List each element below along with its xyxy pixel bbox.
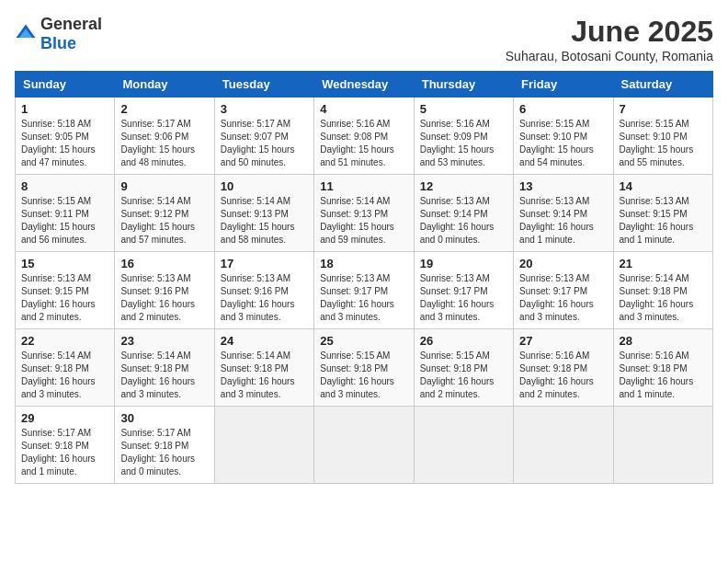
weekday-header-row: SundayMondayTuesdayWednesdayThursdayFrid… xyxy=(16,72,713,98)
weekday-header-monday: Monday xyxy=(115,72,214,98)
day-number: 22 xyxy=(21,334,108,348)
calendar-cell: 26Sunrise: 5:15 AM Sunset: 9:18 PM Dayli… xyxy=(414,329,513,407)
title-area: June 2025 Suharau, Botosani County, Roma… xyxy=(506,15,713,63)
calendar-cell: 11Sunrise: 5:14 AM Sunset: 9:13 PM Dayli… xyxy=(314,175,414,252)
day-number: 17 xyxy=(221,257,308,270)
day-number: 13 xyxy=(519,179,607,193)
day-number: 29 xyxy=(21,411,108,425)
day-number: 2 xyxy=(120,102,208,116)
day-number: 23 xyxy=(120,334,208,348)
day-number: 1 xyxy=(21,102,108,116)
day-info: Sunrise: 5:14 AM Sunset: 9:18 PM Dayligh… xyxy=(21,350,108,401)
calendar-week-row: 29Sunrise: 5:17 AM Sunset: 9:18 PM Dayli… xyxy=(16,407,713,484)
day-info: Sunrise: 5:14 AM Sunset: 9:13 PM Dayligh… xyxy=(320,195,407,247)
day-number: 28 xyxy=(620,334,707,348)
calendar-cell: 29Sunrise: 5:17 AM Sunset: 9:18 PM Dayli… xyxy=(16,407,115,484)
weekday-header-thursday: Thursday xyxy=(414,72,513,98)
weekday-header-friday: Friday xyxy=(514,72,613,98)
day-number: 14 xyxy=(620,179,707,193)
day-info: Sunrise: 5:13 AM Sunset: 9:17 PM Dayligh… xyxy=(420,272,507,324)
day-number: 8 xyxy=(21,179,108,193)
day-info: Sunrise: 5:14 AM Sunset: 9:13 PM Dayligh… xyxy=(221,195,308,247)
day-info: Sunrise: 5:16 AM Sunset: 9:09 PM Dayligh… xyxy=(420,118,507,169)
calendar-cell: 27Sunrise: 5:16 AM Sunset: 9:18 PM Dayli… xyxy=(514,329,613,407)
day-info: Sunrise: 5:15 AM Sunset: 9:10 PM Dayligh… xyxy=(620,118,707,169)
day-number: 18 xyxy=(320,257,407,270)
day-info: Sunrise: 5:13 AM Sunset: 9:15 PM Dayligh… xyxy=(620,195,707,247)
day-info: Sunrise: 5:17 AM Sunset: 9:18 PM Dayligh… xyxy=(21,427,108,478)
calendar-cell: 28Sunrise: 5:16 AM Sunset: 9:18 PM Dayli… xyxy=(613,329,712,407)
location-title: Suharau, Botosani County, Romania xyxy=(506,49,713,63)
calendar-cell xyxy=(214,407,313,484)
day-info: Sunrise: 5:15 AM Sunset: 9:10 PM Dayligh… xyxy=(519,118,607,169)
calendar-cell: 17Sunrise: 5:13 AM Sunset: 9:16 PM Dayli… xyxy=(214,252,313,329)
day-number: 30 xyxy=(120,411,208,425)
calendar-cell: 15Sunrise: 5:13 AM Sunset: 9:15 PM Dayli… xyxy=(16,252,115,329)
day-info: Sunrise: 5:16 AM Sunset: 9:18 PM Dayligh… xyxy=(620,350,707,401)
calendar-week-row: 1Sunrise: 5:18 AM Sunset: 9:05 PM Daylig… xyxy=(16,98,713,175)
calendar-cell: 12Sunrise: 5:13 AM Sunset: 9:14 PM Dayli… xyxy=(414,175,513,252)
logo-text: General Blue xyxy=(40,15,102,53)
weekday-header-tuesday: Tuesday xyxy=(214,72,313,98)
weekday-header-saturday: Saturday xyxy=(613,72,712,98)
calendar-cell xyxy=(613,407,712,484)
calendar-cell: 24Sunrise: 5:14 AM Sunset: 9:18 PM Dayli… xyxy=(214,329,313,407)
calendar-cell: 1Sunrise: 5:18 AM Sunset: 9:05 PM Daylig… xyxy=(16,98,115,175)
calendar-cell: 20Sunrise: 5:13 AM Sunset: 9:17 PM Dayli… xyxy=(514,252,613,329)
calendar-cell: 19Sunrise: 5:13 AM Sunset: 9:17 PM Dayli… xyxy=(414,252,513,329)
calendar-cell xyxy=(314,407,414,484)
calendar-week-row: 8Sunrise: 5:15 AM Sunset: 9:11 PM Daylig… xyxy=(16,175,713,252)
calendar-cell: 13Sunrise: 5:13 AM Sunset: 9:14 PM Dayli… xyxy=(514,175,613,252)
calendar-cell: 2Sunrise: 5:17 AM Sunset: 9:06 PM Daylig… xyxy=(115,98,214,175)
month-title: June 2025 xyxy=(506,15,713,49)
day-number: 25 xyxy=(320,334,407,348)
calendar-cell xyxy=(514,407,613,484)
calendar-cell: 8Sunrise: 5:15 AM Sunset: 9:11 PM Daylig… xyxy=(16,175,115,252)
day-info: Sunrise: 5:15 AM Sunset: 9:18 PM Dayligh… xyxy=(320,350,407,401)
day-number: 6 xyxy=(519,102,607,116)
day-info: Sunrise: 5:13 AM Sunset: 9:14 PM Dayligh… xyxy=(420,195,507,247)
day-info: Sunrise: 5:14 AM Sunset: 9:18 PM Dayligh… xyxy=(221,350,308,401)
day-info: Sunrise: 5:18 AM Sunset: 9:05 PM Dayligh… xyxy=(21,118,108,169)
calendar-cell: 25Sunrise: 5:15 AM Sunset: 9:18 PM Dayli… xyxy=(314,329,414,407)
day-number: 19 xyxy=(420,257,507,270)
day-info: Sunrise: 5:15 AM Sunset: 9:18 PM Dayligh… xyxy=(420,350,507,401)
day-info: Sunrise: 5:13 AM Sunset: 9:17 PM Dayligh… xyxy=(320,272,407,324)
calendar-cell: 7Sunrise: 5:15 AM Sunset: 9:10 PM Daylig… xyxy=(613,98,712,175)
day-number: 24 xyxy=(221,334,308,348)
day-info: Sunrise: 5:16 AM Sunset: 9:08 PM Dayligh… xyxy=(320,118,407,169)
day-number: 5 xyxy=(420,102,507,116)
day-info: Sunrise: 5:14 AM Sunset: 9:18 PM Dayligh… xyxy=(120,350,208,401)
day-number: 15 xyxy=(21,257,108,270)
calendar-cell: 9Sunrise: 5:14 AM Sunset: 9:12 PM Daylig… xyxy=(115,175,214,252)
calendar-cell: 23Sunrise: 5:14 AM Sunset: 9:18 PM Dayli… xyxy=(115,329,214,407)
day-info: Sunrise: 5:16 AM Sunset: 9:18 PM Dayligh… xyxy=(519,350,607,401)
calendar-cell xyxy=(414,407,513,484)
day-number: 3 xyxy=(221,102,308,116)
day-info: Sunrise: 5:13 AM Sunset: 9:17 PM Dayligh… xyxy=(519,272,607,324)
day-number: 16 xyxy=(120,257,208,270)
day-number: 10 xyxy=(221,179,308,193)
day-info: Sunrise: 5:13 AM Sunset: 9:14 PM Dayligh… xyxy=(519,195,607,247)
day-info: Sunrise: 5:13 AM Sunset: 9:16 PM Dayligh… xyxy=(221,272,308,324)
day-info: Sunrise: 5:14 AM Sunset: 9:18 PM Dayligh… xyxy=(620,272,707,324)
calendar-cell: 4Sunrise: 5:16 AM Sunset: 9:08 PM Daylig… xyxy=(314,98,414,175)
calendar-cell: 5Sunrise: 5:16 AM Sunset: 9:09 PM Daylig… xyxy=(414,98,513,175)
weekday-header-wednesday: Wednesday xyxy=(314,72,414,98)
day-number: 9 xyxy=(120,179,208,193)
calendar-cell: 6Sunrise: 5:15 AM Sunset: 9:10 PM Daylig… xyxy=(514,98,613,175)
day-info: Sunrise: 5:17 AM Sunset: 9:06 PM Dayligh… xyxy=(120,118,208,169)
logo-general: General xyxy=(40,15,102,33)
calendar-table: SundayMondayTuesdayWednesdayThursdayFrid… xyxy=(15,71,713,484)
calendar-cell: 16Sunrise: 5:13 AM Sunset: 9:16 PM Dayli… xyxy=(115,252,214,329)
day-info: Sunrise: 5:13 AM Sunset: 9:16 PM Dayligh… xyxy=(120,272,208,324)
logo: General Blue xyxy=(15,15,102,53)
day-info: Sunrise: 5:15 AM Sunset: 9:11 PM Dayligh… xyxy=(21,195,108,247)
day-number: 27 xyxy=(519,334,607,348)
weekday-header-sunday: Sunday xyxy=(16,72,115,98)
logo-blue: Blue xyxy=(40,34,76,52)
day-number: 26 xyxy=(420,334,507,348)
calendar-week-row: 22Sunrise: 5:14 AM Sunset: 9:18 PM Dayli… xyxy=(16,329,713,407)
day-info: Sunrise: 5:17 AM Sunset: 9:07 PM Dayligh… xyxy=(221,118,308,169)
calendar-week-row: 15Sunrise: 5:13 AM Sunset: 9:15 PM Dayli… xyxy=(16,252,713,329)
